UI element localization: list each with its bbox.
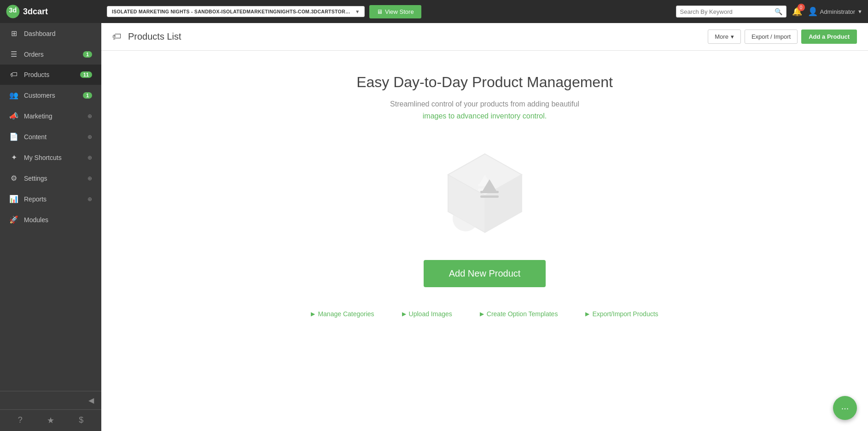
sidebar-item-content[interactable]: 📄 Content ⊕ xyxy=(0,126,101,147)
svg-rect-11 xyxy=(480,195,499,198)
export-import-button[interactable]: Export / Import xyxy=(745,30,798,44)
customers-badge: 1 xyxy=(83,92,92,99)
sidebar-bottom: ◀ ? ★ $ xyxy=(0,391,101,431)
arrow-icon-2: ▶ xyxy=(480,311,484,317)
sidebar-item-dashboard[interactable]: ⊞ Dashboard xyxy=(0,23,101,44)
hero-subtitle-line2: images to advanced inventory control. xyxy=(423,112,547,120)
user-menu[interactable]: 👤 Administrator ▼ xyxy=(808,6,862,17)
page-header: 🏷 Products List More ▾ Export / Import A… xyxy=(101,23,868,51)
modules-icon: 🚀 xyxy=(9,215,18,224)
dropdown-arrow-icon: ▼ xyxy=(355,9,360,14)
collapse-icon: ◀ xyxy=(88,396,94,405)
add-new-product-button[interactable]: Add New Product xyxy=(424,260,546,287)
products-badge: 11 xyxy=(80,71,92,78)
view-store-button[interactable]: 🖥 View Store xyxy=(369,5,421,18)
search-box: 🔍 xyxy=(676,6,786,18)
topbar-right: 🔍 🔔 0 👤 Administrator ▼ xyxy=(676,6,862,18)
topbar: 3d 3dcart ISOLATED MARKETING NIGHTS - SA… xyxy=(0,0,868,23)
user-avatar-icon: 👤 xyxy=(808,6,818,17)
notification-bell[interactable]: 🔔 0 xyxy=(792,6,802,17)
shortcut-links: ▶ Manage Categories ▶ Upload Images ▶ Cr… xyxy=(311,310,658,318)
arrow-icon-1: ▶ xyxy=(402,311,406,317)
sidebar-item-label-content: Content xyxy=(24,133,82,141)
products-icon: 🏷 xyxy=(9,71,18,79)
float-chat-button[interactable]: ··· xyxy=(833,396,857,420)
marketing-expand-icon: ⊕ xyxy=(87,113,92,119)
user-dropdown-icon: ▼ xyxy=(857,9,862,14)
sidebar-item-label-marketing: Marketing xyxy=(24,112,82,120)
shortcut-option-templates[interactable]: ▶ Create Option Templates xyxy=(480,310,558,318)
sidebar-item-label-orders: Orders xyxy=(24,51,77,58)
brand-name: 3dcart xyxy=(23,7,48,17)
help-icon[interactable]: ? xyxy=(18,415,23,425)
notification-count: 0 xyxy=(798,4,805,11)
product-illustration xyxy=(434,140,536,242)
more-button[interactable]: More ▾ xyxy=(708,30,741,44)
sidebar-item-label-modules: Modules xyxy=(24,216,92,224)
hero-subtitle: Streamlined control of your products fro… xyxy=(390,98,579,122)
user-label: Administrator xyxy=(820,8,856,15)
sidebar-item-label-settings: Settings xyxy=(24,175,82,182)
sidebar-item-label-customers: Customers xyxy=(24,92,77,99)
reports-expand-icon: ⊕ xyxy=(87,196,92,202)
store-name: ISOLATED MARKETING NIGHTS - SANDBOX-ISOL… xyxy=(112,9,351,14)
customers-icon: 👥 xyxy=(9,91,18,100)
sidebar-item-my-shortcuts[interactable]: ✦ My Shortcuts ⊕ xyxy=(0,147,101,168)
svg-point-8 xyxy=(453,206,478,231)
export-label: Export / Import xyxy=(751,33,791,40)
my-shortcuts-icon: ✦ xyxy=(9,153,18,162)
sidebar-item-label-products: Products xyxy=(24,71,75,78)
logo-icon: 3d xyxy=(6,4,20,19)
shortcut-label-1: Upload Images xyxy=(409,310,452,318)
monitor-icon: 🖥 xyxy=(377,8,383,15)
sidebar-item-label-dashboard: Dashboard xyxy=(24,30,92,37)
content-area: 🏷 Products List More ▾ Export / Import A… xyxy=(101,23,868,431)
reports-icon: 📊 xyxy=(9,195,18,203)
dashboard-icon: ⊞ xyxy=(9,29,18,38)
billing-icon[interactable]: $ xyxy=(79,415,83,425)
chat-icon: ··· xyxy=(841,403,849,413)
sidebar-item-marketing[interactable]: 📣 Marketing ⊕ xyxy=(0,106,101,126)
settings-icon: ⚙ xyxy=(9,174,18,183)
add-product-label: Add a Product xyxy=(809,33,850,40)
marketing-icon: 📣 xyxy=(9,112,18,120)
shortcut-export-import[interactable]: ▶ Export/Import Products xyxy=(585,310,658,318)
orders-badge: 1 xyxy=(83,51,92,58)
add-a-product-button[interactable]: Add a Product xyxy=(801,30,857,44)
sidebar-item-label-my-shortcuts: My Shortcuts xyxy=(24,154,82,161)
sidebar-item-settings[interactable]: ⚙ Settings ⊕ xyxy=(0,168,101,189)
more-label: More xyxy=(715,33,728,40)
main-layout: ⊞ Dashboard ☰ Orders 1 🏷 Products 11 👥 C… xyxy=(0,23,868,431)
page-title: Products List xyxy=(128,31,181,42)
add-new-product-label: Add New Product xyxy=(449,268,521,278)
search-input[interactable] xyxy=(680,8,775,15)
view-store-label: View Store xyxy=(385,8,414,15)
shortcut-manage-categories[interactable]: ▶ Manage Categories xyxy=(311,310,374,318)
sidebar-collapse-button[interactable]: ◀ xyxy=(0,391,101,409)
logo-area: 3d 3dcart xyxy=(6,4,102,19)
arrow-icon-3: ▶ xyxy=(585,311,589,317)
svg-rect-9 xyxy=(480,191,499,193)
content-expand-icon: ⊕ xyxy=(87,134,92,140)
sidebar-footer-icons: ? ★ $ xyxy=(0,409,101,431)
search-icon-button[interactable]: 🔍 xyxy=(775,8,782,15)
orders-icon: ☰ xyxy=(9,50,18,59)
arrow-icon-0: ▶ xyxy=(311,311,315,317)
sidebar-item-customers[interactable]: 👥 Customers 1 xyxy=(0,85,101,106)
hero-title: Easy Day-to-Day Product Management xyxy=(356,74,613,91)
svg-text:3d: 3d xyxy=(9,6,17,14)
sidebar-item-orders[interactable]: ☰ Orders 1 xyxy=(0,44,101,65)
shortcut-label-2: Create Option Templates xyxy=(487,310,558,318)
sidebar: ⊞ Dashboard ☰ Orders 1 🏷 Products 11 👥 C… xyxy=(0,23,101,431)
store-selector[interactable]: ISOLATED MARKETING NIGHTS - SANDBOX-ISOL… xyxy=(107,6,365,17)
favorites-icon[interactable]: ★ xyxy=(47,415,54,425)
my-shortcuts-expand-icon: ⊕ xyxy=(87,154,92,161)
main-content: Easy Day-to-Day Product Management Strea… xyxy=(101,51,868,431)
sidebar-item-reports[interactable]: 📊 Reports ⊕ xyxy=(0,189,101,209)
sidebar-item-products[interactable]: 🏷 Products 11 xyxy=(0,65,101,85)
shortcut-label-0: Manage Categories xyxy=(318,310,374,318)
sidebar-item-modules[interactable]: 🚀 Modules xyxy=(0,209,101,230)
page-header-tag-icon: 🏷 xyxy=(112,31,122,42)
shortcut-upload-images[interactable]: ▶ Upload Images xyxy=(402,310,452,318)
more-dropdown-icon: ▾ xyxy=(731,33,734,40)
